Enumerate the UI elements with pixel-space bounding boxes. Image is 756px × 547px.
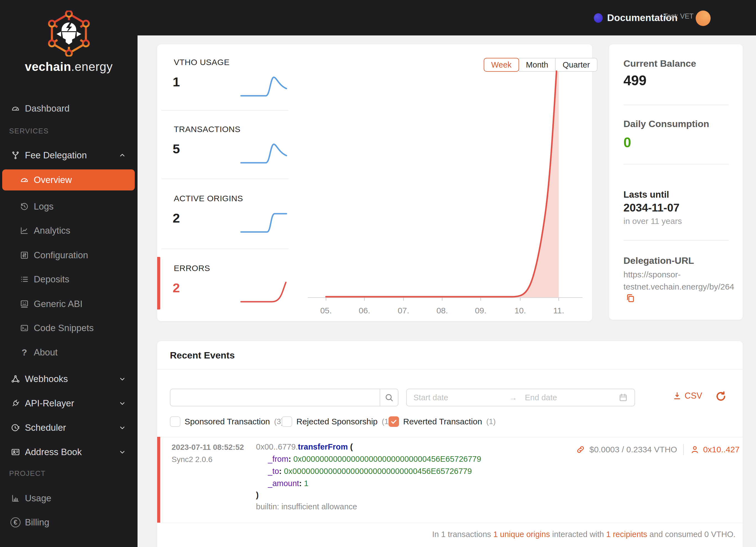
svg-text:10.: 10. xyxy=(514,306,526,315)
sidebar-item-label: Code Snippets xyxy=(34,323,94,333)
logo-text: vechain.energy xyxy=(0,60,138,74)
search-field xyxy=(170,389,398,406)
divider xyxy=(623,105,729,105)
stat-label-vtho-usage: VTHO USAGE xyxy=(174,58,230,67)
stat-label-active-origins: ACTIVE ORIGINS xyxy=(174,194,243,203)
checkbox-unchecked[interactable] xyxy=(170,416,180,427)
vtho-usage-sparkline xyxy=(238,74,289,100)
event-timestamp: 2023-07-11 08:52:52 xyxy=(172,443,244,452)
lasts-until-relative: in over 11 years xyxy=(623,216,682,226)
sidebar-section-project: PROJECT xyxy=(9,469,46,478)
start-date-placeholder: Start date xyxy=(413,393,448,402)
sidebar-item-label: About xyxy=(34,347,58,358)
sidebar-item-label: Address Book xyxy=(25,447,82,457)
chevron-down-icon xyxy=(119,375,126,383)
sidebar-item-logs[interactable]: Logs xyxy=(0,196,138,217)
search-input[interactable] xyxy=(170,389,380,406)
branch-icon xyxy=(11,150,20,160)
sidebar-item-label: Scheduler xyxy=(25,423,66,433)
svg-text:05.: 05. xyxy=(320,306,332,315)
svg-text:11.: 11. xyxy=(553,306,564,315)
search-button[interactable] xyxy=(380,389,398,406)
project-selector-label: Test: VET xyxy=(664,12,693,20)
event-origin-link[interactable]: 0x10..427 xyxy=(703,445,740,454)
event-error-message: builtin: insufficient allowance xyxy=(256,502,357,511)
checkbox-unchecked[interactable] xyxy=(282,416,292,427)
chevron-down-icon xyxy=(119,449,126,456)
person-icon xyxy=(690,445,700,455)
sidebar-item-generic-abi[interactable]: Generic ABI xyxy=(0,294,138,315)
sidebar-item-dashboard[interactable]: Dashboard xyxy=(0,98,138,119)
recipients-link[interactable]: 1 recipients xyxy=(606,530,647,539)
errors-highlight-bar xyxy=(157,257,160,310)
csv-download-button[interactable]: CSV xyxy=(672,391,702,401)
sidebar-item-label: Generic ABI xyxy=(34,299,82,309)
tab-week[interactable]: Week xyxy=(484,58,519,72)
sidebar-item-scheduler[interactable]: Scheduler xyxy=(0,417,138,438)
vechain-energy-logo-icon xyxy=(46,11,92,56)
lasts-until-date: 2034-11-07 xyxy=(623,201,679,214)
sidebar-item-webhooks[interactable]: Webhooks xyxy=(0,369,138,390)
recent-events-title: Recent Events xyxy=(170,350,235,361)
end-date-placeholder: End date xyxy=(525,393,557,402)
lasts-until-label: Lasts until xyxy=(623,189,669,200)
reverted-event-stripe xyxy=(157,437,160,523)
date-range-picker[interactable]: Start date → End date xyxy=(406,389,635,406)
svg-text:07.: 07. xyxy=(398,306,409,315)
event-close-paren: ) xyxy=(256,491,259,500)
calendar-icon xyxy=(618,393,628,402)
app-root: Documentation Test: VET xyxy=(0,0,756,547)
usage-area-chart: 05. 06. 07. 08. 09. 10. 11. xyxy=(304,55,592,318)
sidebar-item-code-snippets[interactable]: Code Snippets xyxy=(0,318,138,339)
event-fee: $0.0003 / 0.2334 VTHO xyxy=(589,445,677,454)
sidebar-item-fee-delegation[interactable]: Fee Delegation xyxy=(0,145,138,166)
nodes-icon xyxy=(11,374,20,384)
sidebar-item-address-book[interactable]: Address Book xyxy=(0,442,138,463)
divider xyxy=(157,523,743,523)
sidebar-item-label: API-Relayer xyxy=(25,398,74,409)
link-icon[interactable] xyxy=(576,445,586,455)
download-icon xyxy=(672,391,682,401)
sidebar-item-about[interactable]: ? About xyxy=(0,342,138,363)
event-call-signature: 0x00..6779.transferFrom ( xyxy=(256,442,353,452)
stat-label-transactions: TRANSACTIONS xyxy=(174,124,240,134)
filter-reverted-transaction[interactable]: Reverted Transaction (1) xyxy=(389,416,496,427)
balance-card: Current Balance 499 Daily Consumption 0 … xyxy=(609,44,743,320)
stat-value-errors: 2 xyxy=(173,280,180,296)
filter-sponsored-transaction[interactable]: Sponsored Transaction (3) xyxy=(170,416,284,427)
stat-value-active-origins: 2 xyxy=(173,210,180,225)
sidebar-item-api-relayer[interactable]: API-Relayer xyxy=(0,393,138,414)
filter-rejected-sponsorship[interactable]: Rejected Sponsorship (1) xyxy=(282,416,391,427)
divider xyxy=(161,248,289,249)
avatar[interactable] xyxy=(696,11,711,26)
transactions-sparkline xyxy=(238,141,289,167)
divider xyxy=(623,240,729,240)
divider xyxy=(161,110,289,111)
usage-overview-card: VTHO USAGE 1 TRANSACTIONS 5 ACTIVE ORIGI… xyxy=(157,44,592,321)
event-param-to: _to: 0x0000000000000000000000000000456E6… xyxy=(268,467,472,476)
sidebar-item-label: Webhooks xyxy=(25,374,68,384)
list-icon xyxy=(19,274,29,284)
sidebar-item-billing[interactable]: € Billing xyxy=(0,512,138,533)
refresh-icon xyxy=(715,390,727,403)
copy-icon[interactable] xyxy=(625,293,636,304)
sidebar-item-analytics[interactable]: Analytics xyxy=(0,220,138,241)
refresh-button[interactable] xyxy=(715,390,727,404)
chevron-down-icon xyxy=(119,424,126,431)
sidebar-item-overview[interactable]: Overview xyxy=(2,169,135,190)
check-icon xyxy=(390,418,398,426)
logo[interactable]: vechain.energy xyxy=(0,11,138,74)
sidebar-item-deposits[interactable]: Deposits xyxy=(0,269,138,290)
errors-sparkline xyxy=(238,280,289,307)
euro-icon: € xyxy=(11,517,20,527)
clock-icon xyxy=(11,423,20,433)
sidebar-item-label: Logs xyxy=(34,201,54,212)
sidebar-item-label: Deposits xyxy=(34,274,69,285)
checkbox-checked[interactable] xyxy=(389,416,399,427)
line-chart-icon xyxy=(19,225,29,235)
unique-origins-link[interactable]: 1 unique origins xyxy=(493,530,550,539)
sidebar-item-configuration[interactable]: Configuration xyxy=(0,245,138,266)
daily-consumption-label: Daily Consumption xyxy=(623,118,709,129)
sidebar-item-usage[interactable]: Usage xyxy=(0,488,138,509)
bar-chart-icon xyxy=(11,493,20,503)
